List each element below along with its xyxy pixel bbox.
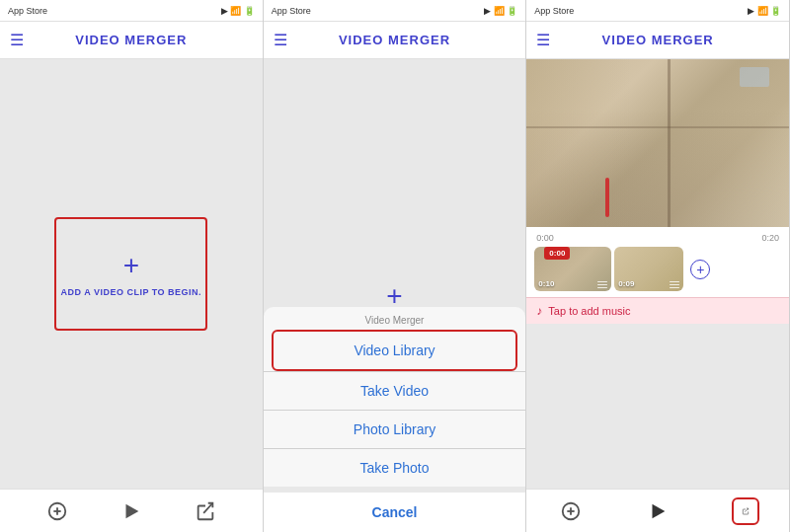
- status-left-3: App Store: [534, 6, 574, 16]
- export-button[interactable]: [732, 497, 759, 525]
- panel-2: App Store ▶ 📶 🔋 ☰ VIDEO MERGER + Video M…: [264, 0, 527, 532]
- menu-icon-3[interactable]: ☰: [536, 31, 550, 49]
- music-text: Tap to add music: [548, 305, 630, 317]
- action-sheet: Video Merger Video Library Take Video Ph…: [264, 307, 526, 532]
- svg-marker-8: [653, 503, 666, 518]
- status-bar-2: App Store ▶ 📶 🔋: [264, 0, 526, 22]
- action-sheet-cancel[interactable]: Cancel: [264, 493, 526, 532]
- shelf-item: [740, 67, 769, 87]
- clip-1-menu: [597, 280, 607, 288]
- share-button-1[interactable]: [192, 497, 219, 525]
- play-button-1[interactable]: [118, 497, 145, 525]
- time-indicator: 0:00: [544, 247, 570, 260]
- cabinet-line-h: [526, 126, 789, 128]
- add-video-area: + ADD A VIDEO CLIP TO BEGIN.: [0, 59, 263, 489]
- action-sheet-take-photo[interactable]: Take Photo: [264, 448, 526, 487]
- nav-title-3: VIDEO MERGER: [602, 33, 714, 47]
- add-clip-button[interactable]: [43, 497, 71, 525]
- room-detail: [526, 59, 789, 227]
- time-start: 0:00: [536, 233, 554, 243]
- timeline-add-button[interactable]: +: [690, 260, 710, 279]
- status-left-1: App Store: [8, 6, 47, 16]
- clip-1-label: 0:10: [538, 279, 554, 288]
- clip-2-label: 0:09: [618, 279, 634, 288]
- play-button-3[interactable]: [644, 497, 672, 525]
- panel3-toolbar: [526, 489, 789, 532]
- status-bar-1: App Store ▶ 📶 🔋: [0, 0, 263, 22]
- nav-title-1: VIDEO MERGER: [75, 33, 187, 47]
- status-left-2: App Store: [272, 6, 311, 16]
- status-right-3: ▶ 📶 🔋: [748, 6, 781, 16]
- svg-line-4: [203, 502, 212, 512]
- nav-bar-2: ☰ VIDEO MERGER: [264, 22, 526, 59]
- time-end: 0:20: [761, 233, 779, 243]
- panel2-content: + Video Merger Video Library Take Video …: [264, 59, 526, 532]
- video-preview: [526, 59, 789, 227]
- nav-title-2: VIDEO MERGER: [339, 33, 450, 47]
- action-sheet-title: Video Merger: [264, 307, 526, 330]
- action-sheet-photo-library[interactable]: Photo Library: [264, 410, 526, 448]
- panel-3: App Store ▶ 📶 🔋 ☰ VIDEO MERGER 0:00 0:20…: [526, 0, 790, 532]
- add-video-plus-icon: +: [123, 252, 139, 279]
- status-right-2: ▶ 📶 🔋: [484, 6, 517, 16]
- music-icon: ♪: [536, 304, 542, 318]
- timeline-timestamps: 0:00 0:20: [534, 233, 781, 243]
- music-bar[interactable]: ♪ Tap to add music: [526, 297, 789, 324]
- add-clip-button-3[interactable]: [557, 497, 585, 525]
- add-video-box[interactable]: + ADD A VIDEO CLIP TO BEGIN.: [54, 217, 207, 331]
- add-video-label: ADD A VIDEO CLIP TO BEGIN.: [61, 287, 202, 297]
- nav-bar-1: ☰ VIDEO MERGER: [0, 22, 263, 59]
- action-sheet-video-library[interactable]: Video Library: [272, 330, 518, 371]
- panel3-content: 0:00 0:20 0:00 0:10 0:09: [526, 59, 789, 489]
- clip-2[interactable]: 0:09: [614, 247, 683, 291]
- nav-bar-3: ☰ VIDEO MERGER: [526, 22, 789, 59]
- action-sheet-take-video[interactable]: Take Video: [264, 371, 526, 410]
- clip-2-menu: [670, 280, 679, 288]
- menu-icon-1[interactable]: ☰: [10, 31, 24, 49]
- menu-icon-2[interactable]: ☰: [274, 31, 287, 49]
- svg-line-9: [745, 508, 748, 512]
- red-stick: [605, 178, 609, 217]
- toolbar-1: [0, 489, 263, 532]
- svg-marker-3: [125, 503, 138, 518]
- panel-1: App Store ▶ 📶 🔋 ☰ VIDEO MERGER + ADD A V…: [0, 0, 264, 532]
- timeline-area: 0:00 0:20 0:00 0:10 0:09: [526, 227, 789, 297]
- cabinet-line-v: [668, 59, 671, 227]
- status-right-1: ▶ 📶 🔋: [221, 6, 255, 16]
- status-bar-3: App Store ▶ 📶 🔋: [526, 0, 789, 22]
- timeline-clips: 0:00 0:10 0:09 +: [534, 247, 781, 291]
- action-sheet-inner: Video Merger Video Library Take Video Ph…: [264, 307, 526, 487]
- clip-1[interactable]: 0:00 0:10: [534, 247, 611, 291]
